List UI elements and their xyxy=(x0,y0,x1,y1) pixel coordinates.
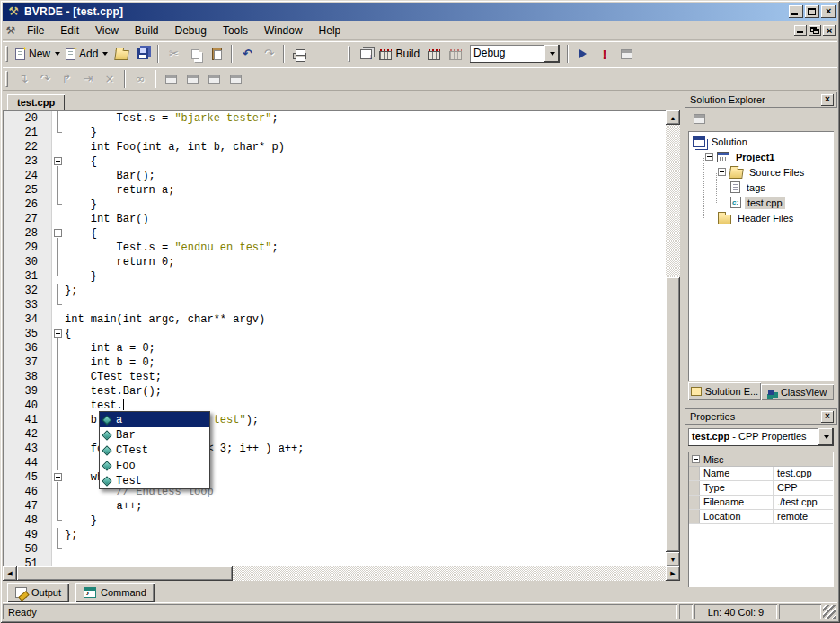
step-into-button[interactable]: ↴ xyxy=(13,68,34,90)
menu-edit[interactable]: Edit xyxy=(52,22,87,39)
code-line-51[interactable]: 51 xyxy=(4,557,666,566)
code-line-36[interactable]: 36 int a = 0; xyxy=(4,341,666,355)
pane-tab-classview[interactable]: ClassView xyxy=(761,384,834,400)
open-button[interactable] xyxy=(111,43,132,65)
mdi-minimize-button[interactable] xyxy=(794,25,807,36)
fold-margin[interactable] xyxy=(52,154,65,169)
tree-item-tags[interactable]: tags xyxy=(689,180,833,195)
line-number[interactable]: 43 xyxy=(4,442,52,456)
menu-build[interactable]: Build xyxy=(127,22,167,39)
autocomplete-item-foo[interactable]: Foo xyxy=(100,458,209,473)
save-all-button[interactable] xyxy=(132,43,154,65)
line-number[interactable]: 30 xyxy=(4,255,52,269)
vertical-scroll-thumb[interactable] xyxy=(666,277,680,552)
autocomplete-item-ctest[interactable]: CTest xyxy=(100,443,209,458)
rebuild-button[interactable] xyxy=(423,43,445,65)
property-value[interactable]: ./test.cpp xyxy=(774,496,833,509)
line-number[interactable]: 24 xyxy=(4,169,52,183)
fold-margin[interactable] xyxy=(52,327,65,341)
line-number[interactable]: 23 xyxy=(4,154,52,169)
code-line-50[interactable]: 50 xyxy=(4,542,666,557)
line-number[interactable]: 21 xyxy=(4,126,52,140)
code-line-38[interactable]: 38 CTest test; xyxy=(4,370,666,384)
build-button[interactable]: Build xyxy=(376,43,423,65)
output-tab[interactable]: Output xyxy=(7,583,69,602)
fold-margin[interactable] xyxy=(52,470,65,485)
code-line-23[interactable]: 23 { xyxy=(4,154,666,169)
menu-file[interactable]: File xyxy=(19,22,52,39)
line-number[interactable]: 34 xyxy=(4,312,52,327)
resize-grip[interactable] xyxy=(823,605,836,619)
line-number[interactable]: 35 xyxy=(4,327,52,341)
line-number[interactable]: 37 xyxy=(4,355,52,370)
autocomplete-item-a[interactable]: a xyxy=(100,412,209,427)
callstack-window-button[interactable] xyxy=(225,68,246,90)
line-number[interactable]: 50 xyxy=(4,542,52,557)
code-line-37[interactable]: 37 int b = 0; xyxy=(4,355,666,370)
line-number[interactable]: 42 xyxy=(4,427,52,442)
line-number[interactable]: 48 xyxy=(4,513,52,528)
copy-button[interactable] xyxy=(184,43,206,65)
tree-item-solution[interactable]: Solution xyxy=(689,134,833,149)
minimize-button[interactable] xyxy=(789,5,803,18)
property-row-type[interactable]: TypeCPP xyxy=(689,481,833,496)
variables-window-button[interactable] xyxy=(181,68,203,90)
menu-tools[interactable]: Tools xyxy=(215,22,256,39)
line-number[interactable]: 32 xyxy=(4,284,52,298)
line-number[interactable]: 40 xyxy=(4,399,52,413)
solution-tree[interactable]: SolutionProject1Source Filestagstest.cpp… xyxy=(688,131,834,381)
property-value[interactable]: test.cpp xyxy=(774,467,833,480)
menu-help[interactable]: Help xyxy=(311,22,349,39)
property-row-name[interactable]: Nametest.cpp xyxy=(689,467,833,481)
code-line-49[interactable]: 49}; xyxy=(4,528,666,542)
scroll-left-button[interactable]: ◀ xyxy=(3,566,17,581)
toolbar-grip[interactable] xyxy=(5,71,8,87)
code-line-48[interactable]: 48 } xyxy=(4,513,666,528)
code-line-31[interactable]: 31 } xyxy=(4,269,666,284)
line-number[interactable]: 31 xyxy=(4,269,52,284)
code-editor[interactable]: 20 Test.s = "bjarke tester";21 }22 int F… xyxy=(3,110,666,566)
collapse-icon[interactable] xyxy=(692,455,700,463)
line-number[interactable]: 25 xyxy=(4,183,52,197)
menu-view[interactable]: View xyxy=(87,22,127,39)
fold-margin[interactable] xyxy=(52,226,65,241)
tree-item-project1[interactable]: Project1 xyxy=(689,149,833,164)
line-number[interactable]: 20 xyxy=(4,111,52,126)
line-number[interactable]: 22 xyxy=(4,140,52,154)
mdi-close-button[interactable]: × xyxy=(823,25,836,36)
build-config-select[interactable]: Debug xyxy=(470,45,560,63)
paste-button[interactable] xyxy=(206,43,227,65)
properties-button[interactable] xyxy=(688,108,710,129)
line-number[interactable]: 46 xyxy=(4,485,52,499)
code-line-35[interactable]: 35{ xyxy=(4,327,666,341)
tree-item-header-files[interactable]: Header Files xyxy=(689,210,833,225)
code-line-25[interactable]: 25 return a; xyxy=(4,183,666,197)
combo-dropdown-button[interactable] xyxy=(544,45,559,62)
tree-item-test-cpp[interactable]: test.cpp xyxy=(689,195,833,210)
line-number[interactable]: 27 xyxy=(4,212,52,226)
step-over-button[interactable]: ↷ xyxy=(34,68,56,90)
code-line-29[interactable]: 29 Test.s = "endnu en test"; xyxy=(4,241,666,255)
code-line-28[interactable]: 28 { xyxy=(4,226,666,241)
code-line-22[interactable]: 22 int Foo(int a, int b, char* p) xyxy=(4,140,666,154)
command-tab[interactable]: Command xyxy=(75,583,155,602)
collapse-icon[interactable] xyxy=(718,168,726,176)
close-panel-button[interactable]: × xyxy=(821,411,834,423)
scroll-right-button[interactable]: ▶ xyxy=(666,566,680,581)
properties-object-select[interactable]: test.cpp - CPP Properties xyxy=(688,428,834,446)
menu-debug[interactable]: Debug xyxy=(167,22,215,39)
code-line-26[interactable]: 26 } xyxy=(4,197,666,212)
stop-build-button[interactable] xyxy=(445,43,466,65)
code-line-30[interactable]: 30 return 0; xyxy=(4,255,666,269)
mdi-restore-button[interactable] xyxy=(809,25,821,36)
property-value[interactable]: remote xyxy=(774,510,833,523)
menu-window[interactable]: Window xyxy=(256,22,311,39)
close-button[interactable]: × xyxy=(821,5,836,18)
redo-button[interactable]: ↷ xyxy=(258,43,279,65)
code-line-39[interactable]: 39 test.Bar(); xyxy=(4,384,666,399)
property-row-filename[interactable]: Filename./test.cpp xyxy=(689,496,833,510)
close-panel-button[interactable]: × xyxy=(821,94,834,106)
scroll-down-button[interactable]: ▼ xyxy=(666,552,680,566)
toolbar-grip[interactable] xyxy=(5,46,8,62)
line-number[interactable]: 39 xyxy=(4,384,52,399)
